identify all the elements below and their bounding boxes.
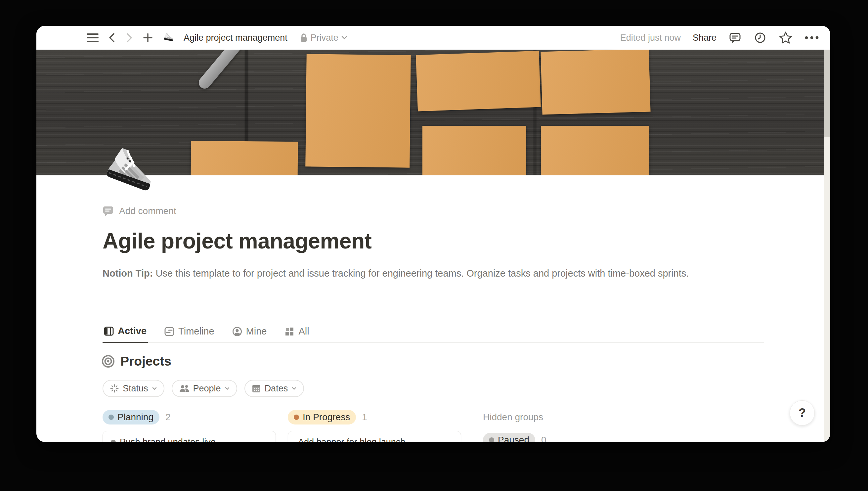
timeline-view-icon <box>164 326 174 337</box>
status-burst-icon <box>110 384 119 393</box>
tab-all[interactable]: All <box>283 325 310 342</box>
comments-icon[interactable] <box>728 31 742 44</box>
tab-timeline[interactable]: Timeline <box>163 325 216 342</box>
back-icon[interactable] <box>108 32 116 44</box>
group-count: 2 <box>166 412 171 423</box>
filter-status[interactable]: Status <box>102 380 164 397</box>
filter-label: Status <box>123 383 148 394</box>
grid-view-icon <box>285 326 294 337</box>
share-button[interactable]: Share <box>693 33 717 43</box>
filter-label: Dates <box>265 383 288 394</box>
new-page-icon[interactable] <box>143 32 153 43</box>
scrollbar-thumb[interactable] <box>824 50 830 137</box>
sticky-note <box>305 54 411 167</box>
people-icon <box>179 384 189 393</box>
page-emoji-shoe-icon[interactable] <box>162 32 174 43</box>
board-column-planning: Planning 2 Push brand updates live <box>102 410 171 425</box>
group-name: Paused <box>498 435 529 442</box>
sticky-note <box>191 141 298 175</box>
tab-mine[interactable]: Mine <box>231 325 268 342</box>
filter-bar: Status People Dates <box>102 380 304 397</box>
notion-window: Agile project management Private Edited … <box>36 26 830 442</box>
status-dot <box>489 437 494 442</box>
filter-people[interactable]: People <box>172 380 237 397</box>
page-icon-shoe[interactable] <box>99 144 155 199</box>
privacy-label: Private <box>310 33 338 43</box>
board-view-icon <box>104 326 114 336</box>
forward-icon[interactable] <box>125 32 133 44</box>
filter-dates[interactable]: Dates <box>244 380 304 397</box>
card-title: Add banner for blog launch <box>298 437 405 442</box>
group-count: 0 <box>541 435 546 442</box>
chevron-down-icon <box>341 36 347 40</box>
person-view-icon <box>232 326 242 337</box>
sticky-note <box>541 126 649 175</box>
tab-label: All <box>298 326 309 337</box>
lock-icon <box>300 33 308 43</box>
sticky-note <box>416 51 541 112</box>
filter-label: People <box>193 383 221 394</box>
sidebar-menu-icon[interactable] <box>87 33 98 42</box>
page-title: Agile project management <box>102 228 371 254</box>
notion-tip-body: Use this template to for project and iss… <box>153 268 689 279</box>
group-pill-in-progress[interactable]: In Progress <box>288 410 356 425</box>
tab-label: Mine <box>246 326 267 337</box>
help-button[interactable]: ? <box>789 400 815 426</box>
tab-active[interactable]: Active <box>102 325 148 343</box>
calendar-icon <box>252 384 261 393</box>
group-pill-planning[interactable]: Planning <box>102 410 159 425</box>
view-tabs: Active Timeline Mine All <box>102 325 764 343</box>
projects-header: Projects <box>101 354 171 369</box>
card-title: Push brand updates live <box>120 437 216 442</box>
sticky-note <box>422 126 526 175</box>
notion-tip-lead: Notion Tip: <box>102 268 153 279</box>
board-column-hidden: Hidden groups Paused 0 <box>483 410 543 425</box>
history-clock-icon[interactable] <box>753 31 767 44</box>
tab-label: Active <box>118 325 147 337</box>
add-comment-label: Add comment <box>119 206 176 216</box>
group-pill-paused[interactable]: Paused <box>483 433 535 442</box>
tab-label: Timeline <box>178 326 214 337</box>
projects-title[interactable]: Projects <box>120 354 171 369</box>
more-options-icon[interactable] <box>805 36 819 40</box>
group-count: 1 <box>362 412 367 423</box>
status-dot <box>294 414 299 420</box>
project-card[interactable]: Add banner for blog launch <box>288 431 461 442</box>
group-name: In Progress <box>303 412 350 423</box>
scrollbar-track[interactable] <box>824 50 830 442</box>
favorite-star-icon[interactable] <box>779 31 792 44</box>
toolbar-page-title[interactable]: Agile project management <box>184 33 288 43</box>
board-column-in-progress: In Progress 1 Add banner for blog launch <box>288 410 367 425</box>
comment-bubble-icon <box>102 206 114 216</box>
top-toolbar: Agile project management Private Edited … <box>36 26 830 50</box>
privacy-menu[interactable]: Private <box>300 33 347 43</box>
project-card[interactable]: Push brand updates live <box>102 431 276 442</box>
sticky-note <box>540 50 650 115</box>
notion-tip: Notion Tip: Use this template to for pro… <box>102 265 748 282</box>
hidden-groups-toggle[interactable]: Hidden groups <box>483 410 543 425</box>
status-dot <box>109 414 114 420</box>
card-avatar-icon <box>111 440 116 442</box>
group-name: Planning <box>117 412 153 423</box>
edited-status: Edited just now <box>620 33 681 43</box>
add-comment-button[interactable]: Add comment <box>102 206 176 216</box>
target-icon <box>101 354 115 368</box>
desktop-background: Agile project management Private Edited … <box>0 0 868 491</box>
